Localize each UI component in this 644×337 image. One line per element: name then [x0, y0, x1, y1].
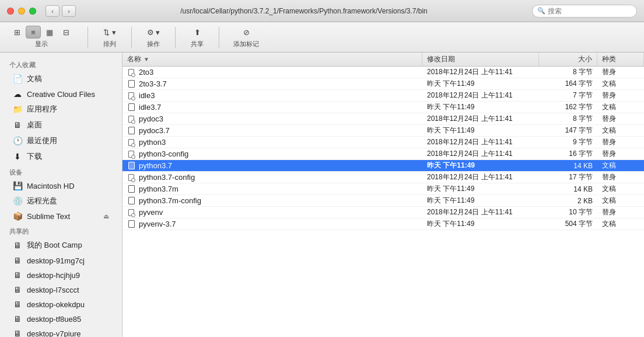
- bookmark-button[interactable]: ⊘: [239, 26, 254, 39]
- file-kind: 替身: [597, 90, 644, 101]
- share-icons: ⬆: [190, 26, 205, 39]
- close-button[interactable]: [7, 8, 14, 15]
- maximize-button[interactable]: [29, 8, 36, 15]
- sidebar-item-boot-camp-label: 我的 Boot Camp: [27, 240, 109, 251]
- desktop-l7sccct-icon: 🖥: [13, 285, 22, 294]
- table-row[interactable]: idle3.7昨天 下午11:49162 字节文稿: [123, 102, 644, 113]
- sort-group: ⇅ ▾ 排列: [102, 26, 117, 48]
- sort-arrow-icon: ▼: [144, 56, 149, 62]
- file-size: 164 字节: [539, 78, 597, 89]
- table-row[interactable]: python3-config2018年12月24日 上午11:4116 字节替身: [123, 148, 644, 160]
- table-row[interactable]: 2to32018年12月24日 上午11:418 字节替身: [123, 67, 644, 78]
- file-list: 2to32018年12月24日 上午11:418 字节替身2to3-3.7昨天 …: [123, 67, 644, 337]
- sidebar-item-creative-cloud-label: Creative Cloud Files: [27, 90, 109, 99]
- file-icon: [127, 103, 135, 112]
- file-kind: 文稿: [597, 78, 644, 89]
- sidebar-item-desktop-tf8ue85[interactable]: 🖥 desktop-tf8ue85: [4, 312, 118, 326]
- share-group: ⬆ 共享: [190, 26, 205, 48]
- file-date: 2018年12月24日 上午11:41: [422, 148, 539, 159]
- table-row[interactable]: python3.7m昨天 下午11:4914 KB文稿: [123, 183, 644, 195]
- file-name: idle3.7: [139, 103, 161, 112]
- toolbar: ⊞ ≡ ▦ ⊟ 显示 ⇅ ▾ 排列 ⚙ ▾ 操作 ⬆ 共享 ⊘ 添加标记: [0, 22, 644, 53]
- col-header-kind[interactable]: 种类: [597, 53, 644, 66]
- gallery-view-button[interactable]: ⊟: [58, 26, 74, 39]
- sidebar-item-macintosh-hd[interactable]: 💾 Macintosh HD: [4, 179, 118, 193]
- file-name: 2to3: [139, 68, 153, 77]
- sidebar-item-applications[interactable]: 📁 应用程序: [4, 102, 118, 117]
- sidebar-item-remote-disk[interactable]: 💿 远程光盘: [4, 193, 118, 209]
- file-icon: [127, 92, 135, 100]
- sidebar-item-desktop-91mg7cj[interactable]: 🖥 desktop-91mg7cj: [4, 253, 118, 267]
- table-row[interactable]: 2to3-3.7昨天 下午11:49164 字节文稿: [123, 78, 644, 90]
- minimize-button[interactable]: [18, 8, 25, 15]
- file-kind: 替身: [597, 137, 644, 148]
- table-row[interactable]: pydoc3.7昨天 下午11:49147 字节文稿: [123, 125, 644, 137]
- sidebar-item-recents[interactable]: 🕐 最近使用: [4, 133, 118, 148]
- file-name: pyvenv-3.7: [139, 220, 176, 228]
- devices-section-label: 设备: [0, 165, 122, 178]
- file-date: 昨天 下午11:49: [422, 125, 539, 136]
- sort-icons: ⇅ ▾: [102, 26, 117, 39]
- list-view-button[interactable]: ≡: [26, 26, 41, 39]
- macintosh-hd-icon: 💾: [13, 181, 22, 190]
- file-date: 昨天 下午11:49: [422, 160, 539, 171]
- file-date: 昨天 下午11:49: [422, 195, 539, 206]
- sidebar-item-desktop-l7sccct[interactable]: 🖥 desktop-l7sccct: [4, 283, 118, 297]
- file-size: 162 字节: [539, 102, 597, 113]
- search-box[interactable]: 🔍: [532, 5, 637, 18]
- table-row[interactable]: idle32018年12月24日 上午11:417 字节替身: [123, 90, 644, 102]
- file-date: 2018年12月24日 上午11:41: [422, 113, 539, 124]
- sidebar-item-desktop[interactable]: 🖥 桌面: [4, 117, 118, 133]
- desktop-v7piure-icon: 🖥: [13, 329, 22, 337]
- sidebar-item-documents[interactable]: 📄 文稿: [4, 71, 118, 86]
- table-row[interactable]: python3.7m-config昨天 下午11:492 KB文稿: [123, 195, 644, 207]
- file-kind: 文稿: [597, 195, 644, 206]
- sidebar-item-documents-label: 文稿: [27, 74, 109, 84]
- action-button[interactable]: ⚙ ▾: [146, 26, 161, 39]
- search-input[interactable]: [548, 7, 632, 15]
- search-icon: 🔍: [537, 7, 545, 15]
- sidebar-item-sublime-text[interactable]: 📦 Sublime Text ⏏: [4, 209, 118, 223]
- table-row[interactable]: pyvenv2018年12月24日 上午11:4110 字节替身: [123, 207, 644, 218]
- column-view-button[interactable]: ▦: [42, 26, 57, 39]
- col-header-date[interactable]: 修改日期: [422, 53, 539, 66]
- table-row[interactable]: python3.7昨天 下午11:4914 KB文稿: [123, 160, 644, 172]
- sidebar-item-desktop-okekdpu-label: desktop-okekdpu: [27, 300, 109, 309]
- file-name: pydoc3: [139, 114, 163, 123]
- sidebar-item-desktop-v7piure[interactable]: 🖥 desktop-v7piure: [4, 326, 118, 337]
- sort-button[interactable]: ⇅ ▾: [102, 26, 117, 39]
- sidebar-item-boot-camp[interactable]: 🖥 我的 Boot Camp: [4, 238, 118, 253]
- file-kind: 替身: [597, 67, 644, 78]
- file-date: 2018年12月24日 上午11:41: [422, 67, 539, 78]
- sidebar-item-downloads[interactable]: ⬇ 下载: [4, 149, 118, 164]
- share-button[interactable]: ⬆: [190, 26, 205, 39]
- file-icon: [127, 185, 135, 193]
- back-button[interactable]: ‹: [46, 5, 60, 17]
- file-date: 2018年12月24日 上午11:41: [422, 207, 539, 218]
- desktop-hcjhju9-icon: 🖥: [13, 270, 22, 280]
- table-row[interactable]: python32018年12月24日 上午11:419 字节替身: [123, 137, 644, 148]
- sidebar-item-desktop-okekdpu[interactable]: 🖥 desktop-okekdpu: [4, 297, 118, 311]
- boot-camp-icon: 🖥: [13, 241, 22, 250]
- file-icon: [127, 197, 135, 205]
- table-row[interactable]: python3.7-config2018年12月24日 上午11:4117 字节…: [123, 172, 644, 183]
- file-icon: [127, 127, 135, 135]
- col-header-name[interactable]: 名称 ▼: [123, 53, 422, 66]
- table-row[interactable]: pydoc32018年12月24日 上午11:418 字节替身: [123, 113, 644, 125]
- forward-button[interactable]: ›: [62, 5, 76, 17]
- sidebar-item-creative-cloud[interactable]: ☁ Creative Cloud Files: [4, 87, 118, 101]
- col-header-size[interactable]: 大小: [539, 53, 597, 66]
- table-row[interactable]: pyvenv-3.7昨天 下午11:49504 字节文稿: [123, 218, 644, 230]
- file-icon: [127, 80, 135, 88]
- icon-view-button[interactable]: ⊞: [9, 26, 24, 39]
- titlebar: ‹ › /usr/local/Cellar/python/3.7.2_1/Fra…: [0, 0, 644, 22]
- sidebar-item-applications-label: 应用程序: [27, 104, 109, 114]
- sidebar-item-desktop-hcjhju9[interactable]: 🖥 desktop-hcjhju9: [4, 268, 118, 282]
- eject-icon: ⏏: [103, 213, 109, 220]
- file-icon: [127, 115, 135, 123]
- share-label: 共享: [191, 40, 204, 48]
- file-size: 504 字节: [539, 218, 597, 230]
- view-label: 显示: [35, 40, 48, 48]
- file-kind: 替身: [597, 172, 644, 183]
- navigation-buttons: ‹ ›: [46, 5, 76, 17]
